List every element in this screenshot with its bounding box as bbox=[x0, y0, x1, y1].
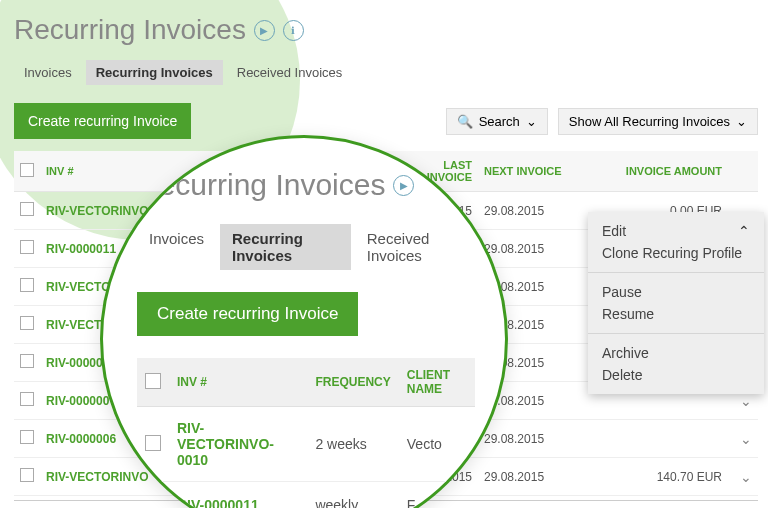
cell-next: 29.08.2015 bbox=[478, 458, 588, 496]
create-recurring-invoice-button[interactable]: Create recurring Invoice bbox=[14, 103, 191, 139]
cell-next: 29.08.2015 bbox=[478, 192, 588, 230]
row-checkbox[interactable] bbox=[20, 240, 34, 254]
tab-received-invoices[interactable]: Received Invoices bbox=[227, 60, 353, 85]
menu-archive[interactable]: Archive bbox=[602, 342, 750, 364]
zoom-tabs: Invoices Recurring Invoices Received Inv… bbox=[137, 224, 475, 270]
col-frequency[interactable]: FREQUENCY bbox=[307, 358, 398, 407]
chevron-down-icon[interactable]: ⌄ bbox=[740, 431, 752, 447]
cell-inv[interactable]: RIV-VECTORINVO-0010 bbox=[169, 407, 307, 482]
cell-frequency: weekly bbox=[307, 482, 398, 509]
row-checkbox[interactable] bbox=[20, 468, 34, 482]
cell-amount: 140.70 EUR bbox=[588, 458, 728, 496]
cell-next: 29.08.2015 bbox=[478, 420, 588, 458]
page-title: Recurring Invoices ▶ ℹ bbox=[14, 14, 758, 46]
menu-resume[interactable]: Resume bbox=[602, 303, 750, 325]
select-all-checkbox[interactable] bbox=[20, 163, 34, 177]
tab-recurring-invoices[interactable]: Recurring Invoices bbox=[86, 60, 223, 85]
select-all-checkbox[interactable] bbox=[145, 373, 161, 389]
create-recurring-invoice-button[interactable]: Create recurring Invoice bbox=[137, 292, 358, 336]
tab-invoices[interactable]: Invoices bbox=[14, 60, 82, 85]
row-checkbox[interactable] bbox=[20, 316, 34, 330]
menu-pause[interactable]: Pause bbox=[602, 281, 750, 303]
chevron-down-icon[interactable]: ⌄ bbox=[740, 393, 752, 409]
cell-inv[interactable]: RIV-0000011 bbox=[169, 482, 307, 509]
menu-edit[interactable]: Edit ⌃ bbox=[602, 220, 750, 242]
tabs: Invoices Recurring Invoices Received Inv… bbox=[14, 60, 758, 85]
search-label: Search bbox=[479, 114, 520, 129]
video-icon[interactable]: ▶ bbox=[393, 175, 414, 196]
cell-amount bbox=[588, 420, 728, 458]
zoom-invoice-table: INV # FREQUENCY CLIENT NAME RIV-VECTORIN… bbox=[137, 358, 475, 508]
row-checkbox[interactable] bbox=[20, 278, 34, 292]
menu-clone[interactable]: Clone Recuring Profile bbox=[602, 242, 750, 264]
cell-next: 29.08.2015 bbox=[478, 230, 588, 268]
chevron-up-icon: ⌃ bbox=[738, 223, 750, 239]
tab-recurring-invoices[interactable]: Recurring Invoices bbox=[220, 224, 351, 270]
cell-frequency: 2 weeks bbox=[307, 407, 398, 482]
row-checkbox[interactable] bbox=[145, 435, 161, 451]
chevron-down-icon: ⌄ bbox=[736, 114, 747, 129]
tab-received-invoices[interactable]: Received Invoices bbox=[355, 224, 475, 270]
info-icon[interactable]: ℹ bbox=[283, 20, 304, 41]
row-checkbox[interactable] bbox=[20, 202, 34, 216]
video-icon[interactable]: ▶ bbox=[254, 20, 275, 41]
show-all-label: Show All Recurring Invoices bbox=[569, 114, 730, 129]
page-title-text: Recurring Invoices bbox=[14, 14, 246, 46]
chevron-down-icon[interactable]: ⌄ bbox=[740, 469, 752, 485]
search-button[interactable]: 🔍 Search ⌄ bbox=[446, 108, 548, 135]
show-all-button[interactable]: Show All Recurring Invoices ⌄ bbox=[558, 108, 758, 135]
menu-delete[interactable]: Delete bbox=[602, 364, 750, 386]
col-client[interactable]: CLIENT NAME bbox=[399, 358, 475, 407]
row-context-menu: Edit ⌃ Clone Recuring Profile Pause Resu… bbox=[588, 212, 764, 394]
row-checkbox[interactable] bbox=[20, 354, 34, 368]
col-amount[interactable]: INVOICE AMOUNT bbox=[588, 151, 728, 192]
search-icon: 🔍 bbox=[457, 114, 473, 129]
row-checkbox[interactable] bbox=[20, 392, 34, 406]
chevron-down-icon: ⌄ bbox=[526, 114, 537, 129]
row-checkbox[interactable] bbox=[20, 430, 34, 444]
table-row[interactable]: RIV-VECTORINVO-00102 weeksVecto bbox=[137, 407, 475, 482]
col-next[interactable]: NEXT INVOICE bbox=[478, 151, 588, 192]
tab-invoices[interactable]: Invoices bbox=[137, 224, 216, 270]
col-inv[interactable]: INV # bbox=[169, 358, 307, 407]
